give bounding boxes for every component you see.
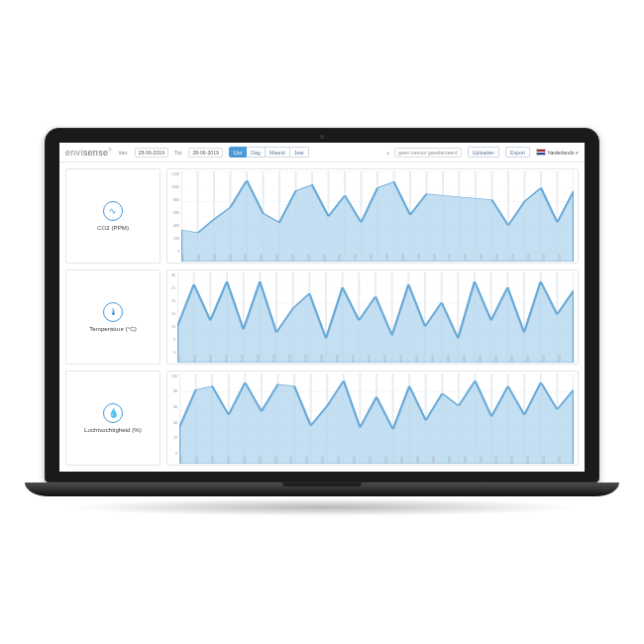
metric-label: Temperatuur (°C)	[89, 325, 137, 332]
chart-wrap: 12001000800600400200000:0001:0002:0003:0…	[171, 171, 574, 262]
x-tick: 28-06-2019	[448, 456, 464, 464]
tab-jaar[interactable]: Jaar	[290, 147, 309, 158]
export-button[interactable]: Export	[505, 147, 530, 158]
y-axis: 100806040200	[171, 374, 179, 464]
x-tick: 28-06-2019	[243, 456, 259, 464]
y-tick: 200	[173, 237, 179, 241]
x-tick: 28-06-2019	[447, 355, 463, 363]
y-tick: 25	[171, 286, 175, 290]
menu-icon[interactable]: ≡	[386, 150, 388, 156]
x-tick: 28-06-2019	[257, 355, 272, 363]
co2-icon: ∿	[103, 201, 123, 221]
thermometer-icon: 🌡	[103, 302, 123, 322]
x-tick: 28-06-2019	[305, 456, 321, 464]
laptop-shadow	[66, 498, 577, 516]
x-axis: 00:0001:0002:0003:0004:0005:0006:0007:00…	[181, 254, 574, 262]
flag-nl-icon	[536, 149, 546, 156]
from-date-input[interactable]: 28-06-2019	[135, 148, 169, 158]
tab-uur[interactable]: Uur	[229, 147, 247, 158]
chart-rows: ∿CO2 (PPM)12001000800600400200000:0001:0…	[59, 162, 585, 471]
x-tick: 28-06-2019	[211, 456, 227, 464]
x-tick: 28-06-2019	[510, 355, 526, 363]
x-tick: 28-06-2019	[558, 456, 574, 464]
x-tick: 28-06-2019	[193, 355, 209, 363]
x-tick: 28-06-2019	[494, 355, 510, 363]
x-tick: 28-06-2019	[383, 355, 399, 363]
chart-plot: 28-06-201928-06-201928-06-201928-06-2019…	[179, 374, 574, 464]
x-tick: 28-06-2019	[336, 355, 352, 363]
chart-svg	[179, 374, 574, 464]
x-tick: 28-06-2019	[558, 355, 574, 363]
metric-card: 💧Luchtvochtigheid (%)	[65, 371, 161, 466]
y-tick: 20	[173, 436, 177, 440]
sensor-search-input[interactable]: geen sensor geselecteerd	[394, 148, 462, 158]
upload-button[interactable]: Uploaden	[468, 147, 499, 158]
chart-plot: 28-06-201928-06-201928-06-201928-06-2019…	[177, 272, 574, 363]
chart-series	[181, 180, 574, 262]
y-tick: 0	[177, 250, 179, 254]
x-tick: 09:00	[323, 254, 339, 262]
brand-logo: envisense®	[65, 147, 112, 158]
y-tick: 20	[171, 299, 175, 303]
brand-bold: sense	[83, 148, 109, 158]
x-tick: 28-06-2019	[177, 355, 193, 363]
x-tick: 11:00	[354, 254, 370, 262]
y-tick: 15	[171, 312, 175, 316]
metric-label: Luchtvochtigheid (%)	[84, 426, 142, 433]
x-tick: 28-06-2019	[321, 456, 337, 464]
x-tick: 01:00	[197, 254, 213, 262]
y-tick: 0	[175, 452, 177, 456]
x-tick: 28-06-2019	[400, 456, 416, 464]
x-tick: 22:00	[527, 254, 543, 262]
from-label: Van:	[118, 150, 128, 156]
y-tick: 800	[173, 198, 179, 202]
y-tick: 60	[173, 405, 177, 409]
metric-row: 🌡Temperatuur (°C)30252015105028-06-20192…	[65, 269, 579, 365]
x-tick: 16:00	[433, 254, 449, 262]
x-tick: 28-06-2019	[369, 456, 384, 464]
metric-card: ∿CO2 (PPM)	[65, 168, 161, 264]
chart-card: 12001000800600400200000:0001:0002:0003:0…	[166, 168, 579, 264]
x-tick: 28-06-2019	[510, 456, 526, 464]
x-tick: 28-06-2019	[399, 355, 415, 363]
laptop-frame: envisense® Van: 28-06-2019 Tot: 28-06-20…	[45, 128, 599, 515]
camera-dot	[320, 135, 324, 139]
x-tick: 28-06-2019	[464, 456, 480, 464]
droplet-icon: 💧	[103, 403, 123, 423]
range-tabs: Uur Dag Maand Jaar	[229, 147, 309, 158]
y-tick: 40	[173, 421, 177, 425]
header-bar: envisense® Van: 28-06-2019 Tot: 28-06-20…	[59, 143, 585, 162]
x-tick: 28-06-2019	[288, 355, 304, 363]
language-selector[interactable]: Nederlands ▾	[536, 149, 579, 156]
x-tick: 28-06-2019	[479, 355, 494, 363]
tab-maand[interactable]: Maand	[266, 147, 290, 158]
x-tick: 28-06-2019	[272, 355, 288, 363]
y-tick: 1200	[171, 172, 179, 176]
y-tick: 100	[171, 375, 177, 378]
x-tick: 28-06-2019	[542, 456, 558, 464]
y-tick: 1000	[171, 185, 179, 189]
x-tick: 28-06-2019	[416, 456, 432, 464]
x-tick: 28-06-2019	[209, 355, 225, 363]
brand-mark: ®	[108, 147, 112, 153]
x-tick: 28-06-2019	[526, 456, 542, 464]
x-tick: 28-06-2019	[304, 355, 320, 363]
x-tick: 28-06-2019	[384, 456, 400, 464]
to-date-input[interactable]: 28-06-2019	[188, 148, 223, 158]
x-tick: 28-06-2019	[368, 355, 383, 363]
tab-dag[interactable]: Dag	[247, 147, 266, 158]
chart-svg	[177, 272, 574, 363]
x-tick: 28-06-2019	[337, 456, 353, 464]
chart-wrap: 30252015105028-06-201928-06-201928-06-20…	[171, 272, 574, 363]
x-tick: 17:00	[448, 254, 464, 262]
x-tick: 24:00	[558, 254, 574, 262]
x-tick: 28-06-2019	[274, 456, 290, 464]
metric-row: ∿CO2 (PPM)12001000800600400200000:0001:0…	[65, 168, 579, 264]
x-tick: 19:00	[480, 254, 495, 262]
x-tick: 28-06-2019	[542, 355, 558, 363]
x-tick: 21:00	[511, 254, 527, 262]
x-tick: 06:00	[275, 254, 291, 262]
chart-plot: 00:0001:0002:0003:0004:0005:0006:0007:00…	[181, 171, 574, 262]
x-tick: 05:00	[260, 254, 275, 262]
x-tick: 14:00	[401, 254, 417, 262]
